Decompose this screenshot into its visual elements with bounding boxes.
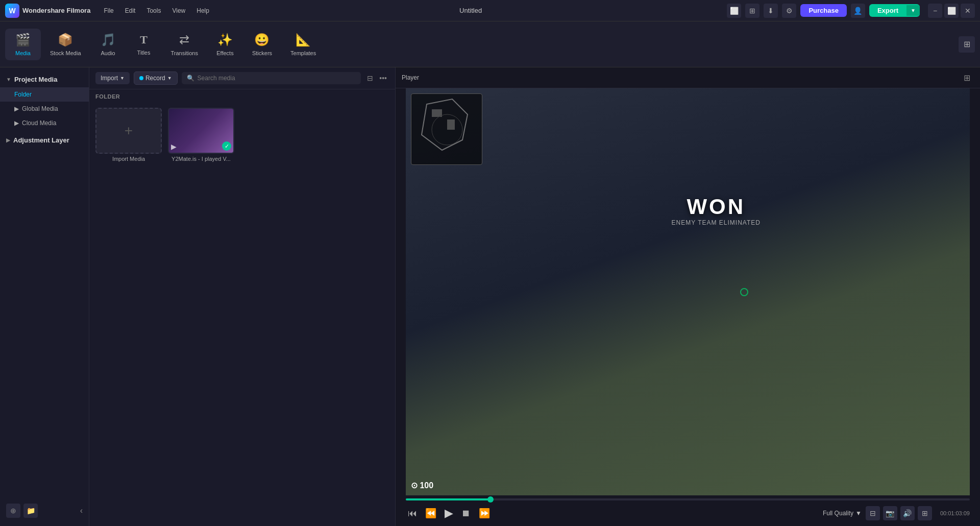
transitions-icon: ⇄ xyxy=(179,33,189,47)
minimize-button[interactable]: − xyxy=(928,4,942,18)
fit-to-screen-button[interactable]: ⊟ xyxy=(866,506,880,520)
import-arrow: ▼ xyxy=(120,76,125,81)
menu-view[interactable]: View xyxy=(167,5,190,16)
quality-select[interactable]: Full Quality ▼ xyxy=(823,510,862,517)
close-button[interactable]: ✕ xyxy=(961,4,975,18)
search-input[interactable] xyxy=(198,75,356,82)
record-arrow: ▼ xyxy=(167,76,172,81)
media-panel: Import ▼ Record ▼ 🔍 ⊟ ••• FOLDER + xyxy=(89,67,396,526)
toolbar-titles[interactable]: T Titles xyxy=(126,29,162,60)
app-logo-icon: W xyxy=(5,4,19,18)
selected-checkmark: ✓ xyxy=(222,141,231,151)
export-dropdown-arrow[interactable]: ▼ xyxy=(906,5,920,16)
media-toolbar: Import ▼ Record ▼ 🔍 ⊟ ••• xyxy=(89,67,395,89)
titlebar: W Wondershare Filmora File Edit Tools Vi… xyxy=(0,0,980,21)
monitor-icon[interactable]: ⬜ xyxy=(727,4,741,18)
user-avatar[interactable]: 👤 xyxy=(851,4,865,18)
player-right-controls: ⊟ 📷 🔊 ⊞ xyxy=(866,506,932,520)
time-display: 00:01:03:09 xyxy=(940,510,970,516)
crosshair xyxy=(740,288,748,296)
import-media-item[interactable]: + Import Media xyxy=(95,108,162,162)
record-dot xyxy=(139,76,143,80)
maximize-button[interactable]: ⬜ xyxy=(944,4,959,18)
project-media-arrow: ▼ xyxy=(6,77,11,82)
step-forward-button[interactable]: ⏩ xyxy=(477,506,492,521)
window-title: Untitled xyxy=(214,7,727,14)
player-expand-button[interactable]: ⊞ xyxy=(960,70,974,85)
filter-button[interactable]: ⊟ xyxy=(365,72,375,84)
player-video: WON ENEMY TEAM ELIMINATED ⊙ 100 xyxy=(406,88,970,495)
cloud-media-arrow: ▶ xyxy=(14,119,19,127)
play-button[interactable]: ▶ xyxy=(443,505,455,522)
media-icon: 🎬 xyxy=(15,33,31,47)
sidebar-item-global-media[interactable]: ▶ Global Media xyxy=(0,102,89,116)
toolbar-stock-media[interactable]: 📦 Stock Media xyxy=(41,29,90,60)
titlebar-right: ⬜ ⊞ ⬇ ⚙ Purchase 👤 Export ▼ − ⬜ ✕ xyxy=(727,4,975,18)
player-progress xyxy=(396,495,980,501)
more-options-button[interactable]: ••• xyxy=(377,72,389,84)
player-icon-right[interactable]: ⊞ xyxy=(959,36,975,53)
sidebar-section-header-adjustment-layer[interactable]: ▶ Adjustment Layer xyxy=(0,132,89,148)
svg-marker-0 xyxy=(422,99,468,150)
volume-button[interactable]: 🔊 xyxy=(900,506,915,520)
effects-icon: ✨ xyxy=(217,33,233,47)
step-back-button[interactable]: ⏪ xyxy=(423,506,438,521)
layout-icon[interactable]: ⊞ xyxy=(745,4,760,18)
purchase-button[interactable]: Purchase xyxy=(800,4,847,17)
folder-section-label: FOLDER xyxy=(89,89,395,104)
snapshot-button[interactable]: 📷 xyxy=(883,506,897,520)
progress-track[interactable] xyxy=(406,498,970,500)
window-controls: − ⬜ ✕ xyxy=(928,4,975,18)
minimap xyxy=(411,93,482,165)
import-media-thumb[interactable]: + xyxy=(95,108,162,154)
folder-label: Folder xyxy=(14,91,32,98)
templates-icon: 📐 xyxy=(296,33,311,47)
toolbar-media[interactable]: 🎬 Media xyxy=(5,29,41,60)
export-button-group: Export ▼ xyxy=(869,4,920,17)
menu-tools[interactable]: Tools xyxy=(141,5,166,16)
menu-bar: File Edit Tools View Help xyxy=(99,5,214,16)
download-icon[interactable]: ⬇ xyxy=(764,4,778,18)
video-thumbnail[interactable]: ✓ xyxy=(168,108,234,154)
fullscreen-button[interactable]: ⊞ xyxy=(918,506,932,520)
sidebar-section-header-project-media[interactable]: ▼ Project Media xyxy=(0,71,89,87)
global-media-arrow: ▶ xyxy=(14,105,19,112)
sidebar-item-cloud-media[interactable]: ▶ Cloud Media xyxy=(0,116,89,130)
menu-help[interactable]: Help xyxy=(191,5,214,16)
toolbar-stickers[interactable]: 😀 Stickers xyxy=(243,29,281,60)
titles-icon: T xyxy=(140,33,148,46)
collapse-sidebar-button[interactable]: ‹ xyxy=(80,506,83,515)
toolbar-templates[interactable]: 📐 Templates xyxy=(281,29,325,60)
progress-thumb[interactable] xyxy=(487,496,494,503)
new-folder-button[interactable]: 📁 xyxy=(23,504,38,518)
won-text: WON xyxy=(672,195,761,219)
adjustment-layer-arrow: ▶ xyxy=(6,137,10,143)
svg-rect-2 xyxy=(447,119,455,130)
toolbar-audio[interactable]: 🎵 Audio xyxy=(90,29,126,60)
main-area: ▼ Project Media Folder ▶ Global Media ▶ … xyxy=(0,67,980,526)
quality-arrow: ▼ xyxy=(855,510,862,517)
toolbar-transitions[interactable]: ⇄ Transitions xyxy=(162,29,207,60)
settings-icon[interactable]: ⚙ xyxy=(782,4,796,18)
import-button[interactable]: Import ▼ xyxy=(95,72,130,84)
won-overlay: WON ENEMY TEAM ELIMINATED xyxy=(672,195,761,226)
menu-file[interactable]: File xyxy=(99,5,118,16)
media-grid: + Import Media ✓ Y2Mate.is - I played V.… xyxy=(89,104,395,526)
project-media-label: Project Media xyxy=(14,76,58,83)
expand-player-button[interactable]: ⊞ xyxy=(959,36,975,53)
import-plus-icon: + xyxy=(125,123,133,139)
add-folder-button[interactable]: ⊕ xyxy=(6,504,20,518)
video-media-item[interactable]: ✓ Y2Mate.is - I played V... xyxy=(168,108,234,162)
menu-edit[interactable]: Edit xyxy=(120,5,141,16)
stop-button[interactable]: ⏹ xyxy=(459,506,473,521)
sidebar-item-folder[interactable]: Folder xyxy=(0,87,89,102)
record-button[interactable]: Record ▼ xyxy=(134,71,178,85)
rewind-button[interactable]: ⏮ xyxy=(406,506,419,521)
stickers-icon: 😀 xyxy=(254,33,270,47)
audio-icon: 🎵 xyxy=(101,33,116,47)
player-panel: Player ⊞ WON ENEMY TEAM EL xyxy=(396,67,980,526)
app-name: Wondershare Filmora xyxy=(22,7,90,14)
toolbar-effects[interactable]: ✨ Effects xyxy=(207,29,243,60)
export-button[interactable]: Export xyxy=(869,4,906,17)
search-bar: 🔍 xyxy=(182,72,361,84)
